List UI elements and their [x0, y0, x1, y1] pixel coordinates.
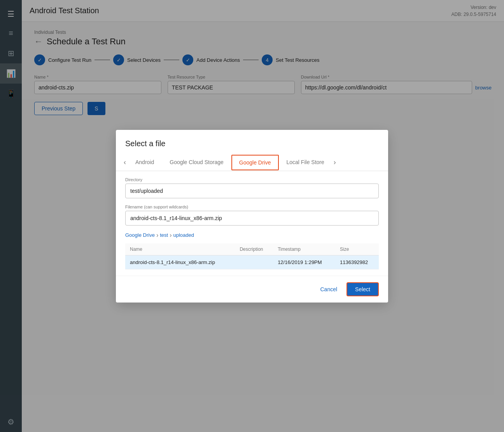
breadcrumb-uploaded[interactable]: uploaded [173, 232, 194, 238]
dialog-header: Select a file [116, 130, 388, 154]
tabs-container: ‹ Android Google Cloud Storage Google Dr… [116, 154, 388, 171]
select-button[interactable]: Select [346, 282, 379, 296]
file-description [235, 255, 273, 269]
col-timestamp: Timestamp [273, 243, 335, 255]
tab-android[interactable]: Android [128, 154, 162, 171]
filename-label: Filename (can support wildcards) [125, 205, 379, 209]
cancel-button[interactable]: Cancel [315, 283, 342, 296]
breadcrumb-test[interactable]: test [160, 232, 168, 238]
col-name: Name [125, 243, 235, 255]
file-select-dialog: Select a file ‹ Android Google Cloud Sto… [116, 130, 388, 303]
table-row[interactable]: android-cts-8.1_r14-linux_x86-arm.zip 12… [125, 255, 379, 269]
filename-input[interactable] [125, 211, 379, 226]
dialog-body: Directory Filename (can support wildcard… [116, 171, 388, 276]
tab-local[interactable]: Local File Store [279, 154, 332, 171]
col-description: Description [235, 243, 273, 255]
breadcrumb-sep-2: › [170, 232, 172, 239]
dialog-footer: Cancel Select [116, 276, 388, 303]
breadcrumb-root[interactable]: Google Drive [125, 232, 155, 238]
directory-label: Directory [125, 177, 379, 182]
file-breadcrumb: Google Drive › test › uploaded [125, 232, 379, 239]
tab-prev-button[interactable]: ‹ [122, 155, 128, 170]
file-table: Name Description Timestamp Size android-… [125, 243, 379, 269]
modal-overlay: Select a file ‹ Android Google Cloud Sto… [0, 0, 504, 432]
tab-gdrive[interactable]: Google Drive [231, 155, 279, 170]
file-timestamp: 12/16/2019 1:29PM [273, 255, 335, 269]
tab-next-button[interactable]: › [332, 155, 338, 170]
file-size: 1136392982 [335, 255, 379, 269]
col-size: Size [335, 243, 379, 255]
directory-field-group: Directory [125, 177, 379, 198]
breadcrumb-sep-1: › [156, 232, 158, 239]
tab-gcs[interactable]: Google Cloud Storage [162, 154, 231, 171]
directory-input[interactable] [125, 184, 379, 198]
dialog-title: Select a file [125, 139, 379, 148]
filename-field-group: Filename (can support wildcards) [125, 205, 379, 226]
file-name: android-cts-8.1_r14-linux_x86-arm.zip [125, 255, 235, 269]
